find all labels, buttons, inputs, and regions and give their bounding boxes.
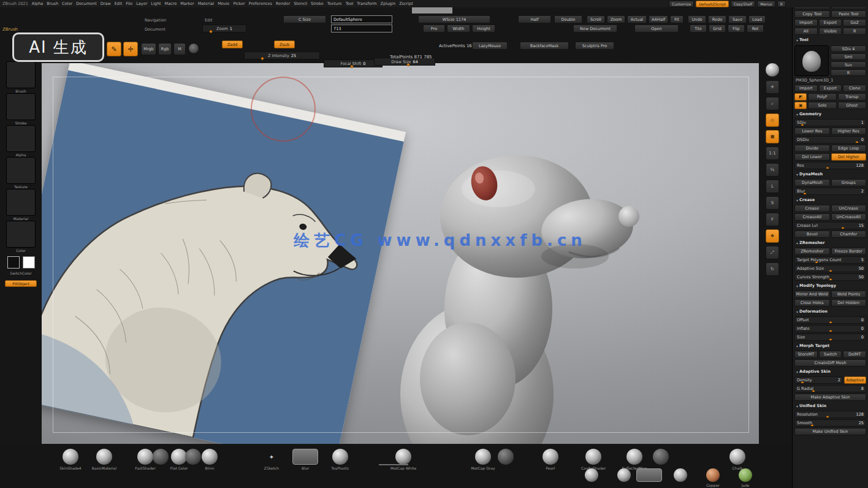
- scroll-button[interactable]: Scroll: [587, 15, 605, 23]
- menu-item[interactable]: Texture: [327, 1, 342, 6]
- picker-thumbnail[interactable]: [6, 93, 36, 120]
- menu-item[interactable]: Material: [198, 1, 214, 6]
- double-button[interactable]: Double: [554, 15, 582, 23]
- slider-handle[interactable]: [209, 30, 212, 33]
- slider-handle[interactable]: [826, 416, 829, 418]
- edit-object-button[interactable]: ✎: [107, 42, 121, 56]
- material-sphere[interactable]: [202, 449, 218, 465]
- wsize-button[interactable]: WSize 1174: [418, 15, 490, 23]
- switch-color-label[interactable]: SwitchColor: [10, 271, 32, 275]
- menu-item[interactable]: Document: [76, 1, 97, 6]
- material-thumbnail[interactable]: ✦ ZSketch: [258, 449, 285, 470]
- flip-button[interactable]: Flip: [728, 25, 745, 32]
- persp-toggle[interactable]: ◇: [766, 113, 779, 127]
- color-picker[interactable]: Color: [5, 221, 37, 253]
- active-tool-thumbnail[interactable]: [794, 45, 829, 76]
- tool-preview-button[interactable]: Smt: [831, 53, 866, 60]
- slider-handle[interactable]: [829, 330, 832, 332]
- material-sphere[interactable]: [653, 449, 669, 465]
- menu-item[interactable]: Marker: [180, 1, 194, 6]
- csize-button[interactable]: C Size: [283, 15, 326, 23]
- tool-panel-cell[interactable]: Del Higher: [831, 153, 867, 161]
- tool-panel-cell[interactable]: Clone: [843, 85, 866, 92]
- menu-item[interactable]: Color: [62, 1, 72, 6]
- floor-toggle[interactable]: ▦: [766, 130, 779, 143]
- frame-button[interactable]: F: [766, 213, 779, 226]
- material-sphere[interactable]: [626, 449, 642, 465]
- material-sphere[interactable]: [729, 449, 745, 465]
- save-button[interactable]: Save: [728, 15, 747, 23]
- width-button[interactable]: Width: [447, 25, 470, 32]
- aahalf-size[interactable]: ½: [766, 163, 779, 177]
- menu-item[interactable]: Movie: [218, 1, 229, 6]
- tool-panel-cell[interactable]: Export: [819, 19, 842, 26]
- picker-thumbnail[interactable]: [6, 189, 36, 216]
- material-thumbnail[interactable]: Blur: [292, 449, 319, 470]
- sculptris-pro-button[interactable]: Sculptris Pro: [575, 42, 614, 50]
- slider-handle[interactable]: [804, 193, 807, 195]
- total-points-label[interactable]: TotalPoints 871 785: [390, 53, 459, 61]
- material-sphere[interactable]: [498, 449, 514, 465]
- material-thumbnail[interactable]: Chalk: [724, 449, 751, 470]
- draw-pointer-button[interactable]: ✛: [123, 42, 138, 56]
- tool-panel-cell[interactable]: Crease Lvl 15: [794, 222, 866, 229]
- tool-panel-cell[interactable]: Make Adaptive Skin: [794, 394, 866, 401]
- tool-panel-cell[interactable]: Res 128: [794, 162, 866, 169]
- tool-panel-cell[interactable]: PolyF: [808, 93, 837, 101]
- document-height-field[interactable]: 713: [331, 25, 392, 32]
- tool-panel-cell[interactable]: Import: [794, 19, 818, 26]
- material-sphere[interactable]: [63, 449, 78, 465]
- tool-panel-cell[interactable]: Visible: [819, 28, 842, 35]
- slider-handle[interactable]: [815, 261, 818, 264]
- tool-panel-cell[interactable]: Ghost: [838, 102, 867, 109]
- material-sphere[interactable]: [96, 449, 112, 465]
- material-sphere[interactable]: [674, 468, 687, 482]
- move-button[interactable]: ✥: [766, 229, 779, 243]
- tool-panel-cell[interactable]: Export: [819, 85, 842, 92]
- slider-handle[interactable]: [829, 278, 832, 281]
- tool-panel-cell[interactable]: ZRemesher: [794, 248, 830, 255]
- menu-item[interactable]: Stroke: [311, 1, 324, 6]
- picker-thumbnail[interactable]: [6, 61, 36, 88]
- slider-handle[interactable]: [829, 338, 832, 341]
- menu-item[interactable]: File: [126, 1, 132, 6]
- model-chest[interactable]: [420, 322, 516, 435]
- tool-panel-cell[interactable]: Deformation: [794, 308, 866, 315]
- document-name-field[interactable]: DefaultSphere: [331, 15, 392, 23]
- navigation-label[interactable]: Navigation: [145, 16, 200, 24]
- scroll-tool[interactable]: ✛: [766, 80, 779, 94]
- tool-panel-cell[interactable]: Solo: [808, 102, 837, 109]
- material-thumbnail[interactable]: Pearl: [537, 449, 564, 470]
- zadd-button[interactable]: Zadd: [222, 40, 243, 48]
- slider-handle[interactable]: [842, 227, 845, 229]
- sculpt-canvas[interactable]: 绘艺CG www.qdnxxfb.cn: [42, 63, 759, 444]
- tool-panel-cell[interactable]: Adaptive Skin: [794, 368, 866, 375]
- material-sphere[interactable]: [585, 449, 601, 465]
- aahalf-button[interactable]: AAHalf: [649, 15, 668, 23]
- material-thumbnail[interactable]: BasicMaterial: [91, 449, 118, 470]
- picker-thumbnail[interactable]: [6, 221, 36, 248]
- tool-preview-button[interactable]: SDiv 4: [831, 45, 866, 52]
- material-thumbnail[interactable]: ToyPlastic: [327, 449, 354, 470]
- sculpted-model[interactable]: [385, 124, 649, 444]
- material-sphere[interactable]: [636, 468, 662, 482]
- tool-panel-cell[interactable]: Tool: [794, 36, 866, 44]
- material-sphere[interactable]: [292, 449, 318, 465]
- tool-panel-cell[interactable]: Modify Topology: [794, 282, 866, 289]
- material-sphere[interactable]: [395, 449, 411, 465]
- tool-panel-cell[interactable]: Mirror And Weld: [794, 291, 830, 298]
- tool-panel-cell[interactable]: Density 2: [794, 376, 843, 384]
- tool-preview-button[interactable]: Suv: [831, 61, 866, 68]
- tool-panel-cell[interactable]: Adaptive: [844, 376, 866, 384]
- zsub-button[interactable]: Zsub: [274, 40, 295, 48]
- tool-panel-cell[interactable]: GoZ: [843, 19, 866, 26]
- tool-panel-cell[interactable]: CreaseAll: [794, 213, 830, 221]
- tool-panel-cell[interactable]: All: [794, 28, 818, 35]
- backface-mask-button[interactable]: BackfaceMask: [520, 42, 569, 50]
- tool-panel-cell[interactable]: Paste Tool: [831, 10, 867, 18]
- scale-button[interactable]: ⤢: [766, 246, 779, 259]
- menu-right-button[interactable]: Customize: [669, 1, 695, 7]
- material-picker[interactable]: Material: [5, 189, 37, 221]
- local-toggle[interactable]: L: [766, 180, 779, 193]
- tool-panel-cell[interactable]: Adaptive Size 50: [794, 265, 866, 272]
